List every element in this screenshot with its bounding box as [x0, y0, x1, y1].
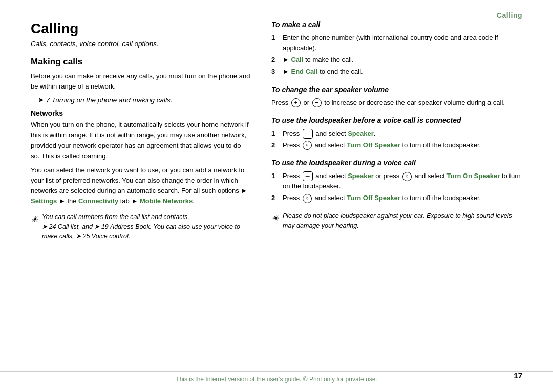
loudspeaker-before-list: 1 Press ─ and select Speaker. 2 Press ○ …	[271, 128, 522, 150]
menu-button-2: ─	[303, 171, 313, 181]
left-column: Calling Calls, contacts, voice control, …	[31, 20, 251, 377]
make-a-call-section: To make a call 1 Enter the phone number …	[271, 20, 522, 77]
make-a-call-list: 1 Enter the phone number (with internati…	[271, 33, 522, 77]
joystick-button-2: ○	[402, 172, 412, 181]
warning-text: Please do not place loudspeaker against …	[283, 211, 522, 231]
speaker-link-2: Speaker	[348, 172, 374, 180]
loudspeaker-before-title: To use the loudspeaker before a voice ca…	[271, 116, 522, 124]
loudspeaker-during-section: To use the loudspeaker during a voice ca…	[271, 159, 522, 203]
note-icon: ☀	[31, 213, 38, 226]
turn-off-speaker-link-1: Turn Off Speaker	[347, 141, 400, 149]
menu-button-1: ─	[303, 129, 313, 139]
list-item: 2 Press ○ and select Turn Off Speaker to…	[271, 193, 522, 203]
list-item: 2 Press ○ and select Turn Off Speaker to…	[271, 140, 522, 150]
list-item: 1 Press ─ and select Speaker or press ○ …	[271, 171, 522, 191]
minus-button: −	[312, 98, 322, 107]
footer-text: This is the Internet version of the user…	[176, 376, 377, 383]
call-link: Call	[291, 56, 303, 63]
ear-speaker-title: To change the ear speaker volume	[271, 85, 522, 94]
making-calls-arrow-note: ➤ 7 Turning on the phone and making call…	[38, 96, 251, 104]
end-call-link: End Call	[291, 68, 317, 75]
loudspeaker-during-title: To use the loudspeaker during a voice ca…	[271, 159, 522, 167]
turn-off-speaker-link-2: Turn Off Speaker	[347, 194, 400, 202]
list-item: 1 Press ─ and select Speaker.	[271, 128, 522, 139]
page-subtitle: Calls, contacts, voice control, call opt…	[31, 40, 251, 48]
make-a-call-title: To make a call	[271, 20, 522, 29]
note-box: ☀ You can call numbers from the call lis…	[31, 212, 251, 241]
joystick-button-1: ○	[303, 141, 312, 150]
list-item: 2 ► Call to make the call.	[271, 55, 522, 65]
footer-bar: This is the Internet version of the user…	[0, 371, 553, 383]
right-column: To make a call 1 Enter the phone number …	[271, 20, 522, 377]
plus-button: +	[291, 98, 301, 107]
networks-body2: You can select the network you want to u…	[31, 165, 251, 207]
networks-body1: When you turn on the phone, it automatic…	[31, 120, 251, 161]
networks-title: Networks	[31, 109, 251, 117]
list-item: 3 ► End Call to end the call.	[271, 67, 522, 77]
loudspeaker-during-list: 1 Press ─ and select Speaker or press ○ …	[271, 171, 522, 203]
ear-speaker-body: Press + or − to increase or decrease the…	[271, 98, 522, 108]
joystick-button-3: ○	[303, 194, 312, 203]
warning-note: ☀ Please do not place loudspeaker agains…	[271, 211, 522, 231]
turn-on-speaker-link: Turn On Speaker	[446, 172, 500, 180]
page-number: 17	[514, 371, 522, 380]
warning-icon: ☀	[271, 212, 279, 225]
ear-speaker-section: To change the ear speaker volume Press +…	[271, 85, 522, 108]
connectivity-link: Connectivity	[78, 197, 118, 205]
page-title: Calling	[31, 20, 251, 37]
making-calls-title: Making calls	[31, 57, 251, 67]
note-text: You can call numbers from the call list …	[42, 212, 251, 241]
speaker-link-1: Speaker	[348, 129, 374, 137]
mobile-networks-link: Mobile Networks	[140, 197, 193, 205]
loudspeaker-before-section: To use the loudspeaker before a voice ca…	[271, 116, 522, 150]
settings-link: Settings	[31, 197, 57, 205]
list-item: 1 Enter the phone number (with internati…	[271, 33, 522, 53]
chapter-header: Calling	[497, 11, 522, 19]
making-calls-body: Before you can make or receive any calls…	[31, 71, 251, 92]
